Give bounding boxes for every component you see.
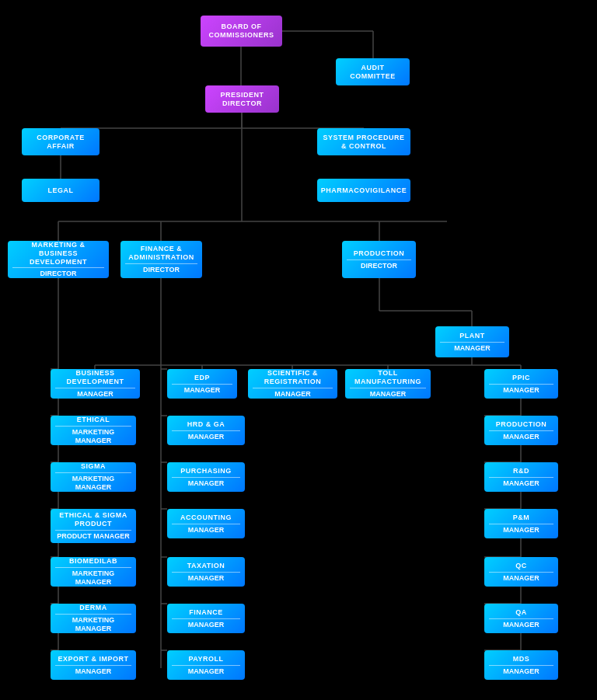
taxation-subtitle: MANAGER [172, 572, 240, 583]
hrd-ga-manager: HRD & GA MANAGER [167, 416, 245, 445]
rd-title: R&D [513, 467, 529, 475]
board-of-commissioners: BOARD OFCOMMISSIONERS [201, 16, 282, 47]
export-title: EXPORT & IMPORT [58, 655, 128, 663]
finance-mgr-title: FINANCE [189, 608, 223, 617]
pm-subtitle: MANAGER [489, 524, 553, 535]
prod-mgr-subtitle: MANAGER [489, 430, 553, 441]
prod-dir-subtitle: DIRECTOR [347, 259, 411, 270]
derma-title: DERMA [79, 604, 107, 612]
board-label: BOARD OFCOMMISSIONERS [208, 23, 274, 40]
finance-dir-title: FINANCE &ADMINISTRATION [128, 245, 194, 262]
eth-sigma-subtitle: PRODUCT MANAGER [55, 530, 131, 541]
biz-dev-title: BUSINESS DEVELOPMENT [55, 369, 135, 386]
biz-dev-subtitle: MANAGER [55, 388, 135, 399]
prod-dir-title: PRODUCTION [354, 249, 405, 258]
president-label: PRESIDENTDIRECTOR [220, 91, 264, 108]
payroll-manager: PAYROLL MANAGER [167, 650, 245, 680]
ethical-sigma-product-manager: ETHICAL & SIGMAPRODUCT PRODUCT MANAGER [51, 509, 136, 543]
ethical-marketing-manager: ETHICAL MARKETING MANAGER [51, 416, 136, 445]
edp-title: EDP [194, 374, 210, 382]
mktg-dir-title: MARKETING & BUSINESSDEVELOPMENT [12, 241, 104, 266]
pharma-label: PHARMACOVIGILANCE [321, 186, 407, 195]
taxation-manager: TAXATION MANAGER [167, 557, 245, 587]
biomedi-title: BIOMEDILAB [69, 557, 117, 566]
toll-subtitle: MANAGER [350, 388, 426, 399]
derma-subtitle: MARKETING MANAGER [55, 614, 131, 633]
org-chart: BOARD OFCOMMISSIONERS AUDITCOMMITTEE PRE… [0, 0, 597, 700]
hrd-subtitle: MANAGER [172, 430, 240, 441]
sci-reg-subtitle: MANAGER [253, 388, 333, 399]
plant-title: PLANT [459, 332, 485, 340]
sigma-title: SIGMA [81, 462, 106, 471]
plant-subtitle: MANAGER [440, 342, 504, 353]
qa-title: QA [515, 608, 527, 617]
system-procedure: SYSTEM PROCEDURE& CONTROL [317, 128, 410, 155]
pm-manager: P&M MANAGER [484, 509, 558, 538]
audit-label: AUDITCOMMITTEE [350, 64, 396, 81]
finance-admin-director: FINANCE &ADMINISTRATION DIRECTOR [120, 241, 202, 278]
qc-manager: QC MANAGER [484, 557, 558, 587]
audit-committee: AUDITCOMMITTEE [336, 58, 410, 85]
sigma-subtitle: MARKETING MANAGER [55, 472, 131, 492]
mds-subtitle: MANAGER [489, 665, 553, 676]
legal: LEGAL [22, 179, 100, 202]
qc-title: QC [515, 562, 527, 570]
payroll-subtitle: MANAGER [172, 665, 240, 676]
payroll-title: PAYROLL [188, 655, 223, 663]
ppic-title: PPIC [512, 374, 530, 382]
president-director: PRESIDENTDIRECTOR [205, 85, 279, 113]
mktg-dir-subtitle: DIRECTOR [12, 267, 104, 278]
finance-mgr-subtitle: MANAGER [172, 618, 240, 629]
purchasing-manager: PURCHASING MANAGER [167, 462, 245, 492]
export-subtitle: MANAGER [55, 665, 131, 676]
accounting-subtitle: MANAGER [172, 524, 240, 535]
purchasing-subtitle: MANAGER [172, 477, 240, 488]
rd-manager: R&D MANAGER [484, 462, 558, 492]
legal-label: LEGAL [48, 186, 74, 195]
qa-subtitle: MANAGER [489, 618, 553, 629]
ppic-manager: PPIC MANAGER [484, 369, 558, 399]
toll-title: TOLL MANUFACTURING [350, 369, 426, 386]
biz-dev-manager: BUSINESS DEVELOPMENT MANAGER [51, 369, 140, 399]
pm-title: P&M [513, 514, 530, 522]
derma-marketing-manager: DERMA MARKETING MANAGER [51, 604, 136, 633]
biomedi-subtitle: MARKETING MANAGER [55, 567, 131, 587]
qa-manager: QA MANAGER [484, 604, 558, 633]
finance-manager: FINANCE MANAGER [167, 604, 245, 633]
corporate-affair: CORPORATEAFFAIR [22, 128, 100, 155]
accounting-manager: ACCOUNTING MANAGER [167, 509, 245, 538]
corporate-label: CORPORATEAFFAIR [37, 134, 84, 151]
plant-manager: PLANT MANAGER [435, 326, 509, 357]
taxation-title: TAXATION [187, 562, 225, 570]
mds-manager: MDS MANAGER [484, 650, 558, 680]
ppic-subtitle: MANAGER [489, 384, 553, 395]
rd-subtitle: MANAGER [489, 477, 553, 488]
prod-mgr-title: PRODUCTION [496, 420, 547, 429]
edp-manager: EDP MANAGER [167, 369, 237, 399]
production-manager: PRODUCTION MANAGER [484, 416, 558, 445]
export-import-manager: EXPORT & IMPORT MANAGER [51, 650, 136, 680]
eth-sigma-title: ETHICAL & SIGMAPRODUCT [59, 511, 127, 528]
purchasing-title: PURCHASING [180, 467, 232, 475]
pharmacovigilance: PHARMACOVIGILANCE [317, 179, 410, 202]
sigma-marketing-manager: SIGMA MARKETING MANAGER [51, 462, 136, 492]
mktg-business-dev-director: MARKETING & BUSINESSDEVELOPMENT DIRECTOR [8, 241, 109, 278]
production-director: PRODUCTION DIRECTOR [342, 241, 416, 278]
sci-reg-title: SCIENTIFIC & REGISTRATION [253, 369, 333, 386]
hrd-title: HRD & GA [187, 420, 225, 429]
qc-subtitle: MANAGER [489, 572, 553, 583]
biomedilab-marketing-manager: BIOMEDILAB MARKETING MANAGER [51, 557, 136, 587]
finance-dir-subtitle: DIRECTOR [125, 263, 197, 274]
ethical-title: ETHICAL [77, 416, 110, 424]
system-label: SYSTEM PROCEDURE& CONTROL [323, 134, 404, 151]
ethical-subtitle: MARKETING MANAGER [55, 426, 131, 445]
accounting-title: ACCOUNTING [180, 514, 232, 522]
mds-title: MDS [513, 655, 530, 663]
sci-reg-manager: SCIENTIFIC & REGISTRATION MANAGER [248, 369, 337, 399]
toll-mfg-manager: TOLL MANUFACTURING MANAGER [345, 369, 431, 399]
edp-subtitle: MANAGER [172, 384, 232, 395]
